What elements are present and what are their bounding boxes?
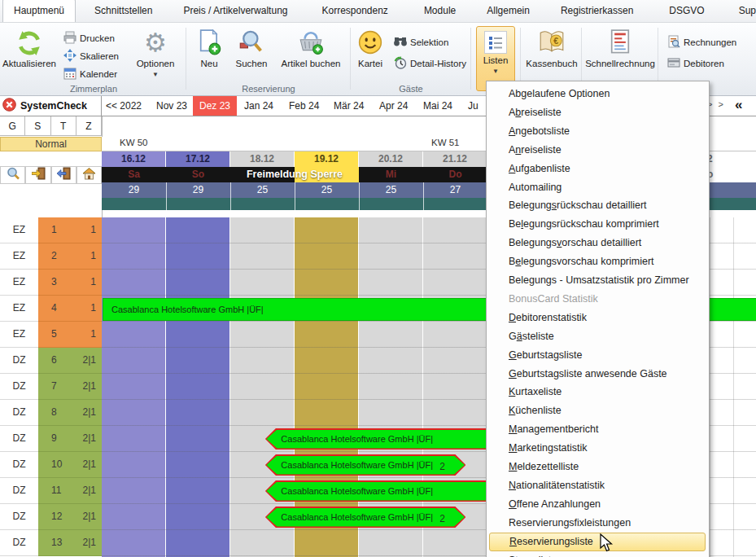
room-number-cell[interactable]: 92|1 bbox=[38, 426, 102, 452]
menu-item-küchenliste[interactable]: Küchenliste bbox=[489, 401, 706, 420]
room-number-cell[interactable]: 41 bbox=[38, 296, 102, 322]
menu-item-marketingstatistik[interactable]: Marketingstatistik bbox=[489, 439, 706, 458]
date-header-cell[interactable]: 18.12 bbox=[230, 151, 295, 167]
room-number-cell[interactable]: 132|1 bbox=[38, 530, 102, 556]
room-type-cell[interactable]: EZ bbox=[0, 217, 38, 243]
menu-item-meldezettelliste[interactable]: Meldezettelliste bbox=[489, 458, 706, 476]
check-in-button[interactable] bbox=[25, 166, 51, 184]
menu-item-angebotsliste[interactable]: Angebotsliste bbox=[489, 122, 706, 141]
month-nav-m-r-24[interactable]: Mär 24 bbox=[334, 96, 369, 116]
home-button[interactable] bbox=[76, 166, 102, 184]
room-type-cell[interactable]: DZ bbox=[0, 452, 38, 478]
menu-item-belegungsvorschau-detailliert[interactable]: Belegungsvorschau detailliert bbox=[489, 234, 706, 252]
room-number-cell[interactable]: 21 bbox=[38, 243, 102, 270]
selection-button[interactable]: Selektion bbox=[394, 34, 448, 50]
system-check-button[interactable]: SystemCheck bbox=[0, 96, 102, 116]
room-number-cell[interactable]: 11 bbox=[38, 217, 102, 243]
room-number-cell[interactable]: 31 bbox=[38, 270, 102, 296]
room-number-cell[interactable]: 122|1 bbox=[38, 504, 102, 530]
room-type-cell[interactable]: DZ bbox=[0, 374, 38, 400]
reservation-bar[interactable]: Casablanca Hotelsoftware GmbH |ÜF|2 bbox=[265, 507, 466, 528]
room-type-cell[interactable]: DZ bbox=[0, 478, 38, 504]
month-nav-nov-23[interactable]: Nov 23 bbox=[156, 96, 192, 116]
room-number-cell[interactable]: 102|1 bbox=[38, 452, 102, 478]
room-type-cell[interactable]: DZ bbox=[0, 400, 38, 426]
room-type-cell[interactable]: DZ bbox=[0, 426, 38, 452]
filter-column-s[interactable]: S bbox=[25, 116, 50, 136]
menu-item-nationalitätenstatistik[interactable]: Nationalitätenstatistik bbox=[489, 476, 706, 495]
menu-item-gästeliste[interactable]: Gästeliste bbox=[489, 327, 706, 346]
options-button[interactable]: ⚙ Optionen ▼ bbox=[129, 26, 182, 91]
collapse-panel-icon[interactable]: « bbox=[735, 97, 742, 113]
tab-support[interactable]: Support bbox=[728, 0, 756, 22]
refresh-button[interactable]: Aktualisieren bbox=[2, 26, 57, 91]
month-nav-dez-23[interactable]: Dez 23 bbox=[193, 96, 237, 116]
month-nav-apr-24[interactable]: Apr 24 bbox=[379, 96, 413, 116]
menu-item-debitorenstatistik[interactable]: Debitorenstatistik bbox=[489, 309, 706, 327]
room-type-cell[interactable]: EZ bbox=[0, 322, 38, 348]
filter-column-t[interactable]: T bbox=[51, 116, 76, 136]
room-number-cell[interactable]: 51 bbox=[38, 322, 102, 348]
tab-dsgvo[interactable]: DSGVO bbox=[658, 0, 714, 22]
date-header-cell[interactable]: 21.12 bbox=[423, 151, 487, 167]
menu-item-offene-anzahlungen[interactable]: Offene Anzahlungen bbox=[489, 495, 706, 514]
menu-item-abgelaufene-optionen[interactable]: Abgelaufene Optionen bbox=[489, 85, 706, 103]
menu-item-belegungs-umsatzstatistik-pro-zimmer[interactable]: Belegungs - Umsatzstatistik pro Zimmer bbox=[489, 271, 706, 290]
print-button[interactable]: Drucken bbox=[63, 30, 115, 46]
date-header-cell[interactable]: 16.12 bbox=[102, 151, 166, 167]
guest-file-button[interactable]: Kartei bbox=[352, 26, 389, 91]
tab-allgemein[interactable]: Allgemein bbox=[476, 0, 540, 22]
month-nav--2022[interactable]: << 2022 bbox=[106, 96, 148, 116]
detail-history-button[interactable]: Detail-History bbox=[394, 55, 466, 72]
room-number-cell[interactable]: 72|1 bbox=[38, 374, 102, 400]
month-nav-ju[interactable]: Ju bbox=[468, 96, 484, 116]
room-type-cell[interactable]: EZ bbox=[0, 296, 38, 322]
debtors-button[interactable]: Debitoren bbox=[667, 55, 724, 72]
date-header-cell[interactable]: 17.12 bbox=[166, 151, 230, 167]
month-nav-jan-24[interactable]: Jan 24 bbox=[244, 96, 278, 116]
date-header-cell[interactable]: 19.12 bbox=[295, 151, 359, 167]
menu-item-belegungsrückschau-detailliert[interactable]: Belegungsrückschau detailliert bbox=[489, 196, 706, 215]
tab-module[interactable]: Module bbox=[413, 0, 466, 22]
filter-column-z[interactable]: Z bbox=[76, 116, 102, 136]
room-type-cell[interactable]: EZ bbox=[0, 270, 38, 296]
room-type-cell[interactable]: DZ bbox=[0, 504, 38, 530]
tab-registrierkassen[interactable]: Registrierkassen bbox=[550, 0, 644, 22]
invoices-button[interactable]: Rechnungen bbox=[667, 34, 736, 50]
menu-item-geburtstagsliste[interactable]: Geburtstagsliste bbox=[489, 346, 706, 365]
month-nav-forward[interactable]: > > bbox=[707, 99, 725, 109]
menu-item-automailing[interactable]: Automailing bbox=[489, 178, 706, 197]
date-header-cell[interactable]: 20.12 bbox=[359, 151, 423, 167]
room-number-cell[interactable]: 112|1 bbox=[38, 478, 102, 504]
menu-item-anreiseliste[interactable]: Anreiseliste bbox=[489, 141, 706, 160]
room-number-cell[interactable]: 62|1 bbox=[38, 348, 102, 374]
month-nav-feb-24[interactable]: Feb 24 bbox=[289, 96, 323, 116]
menu-item-kurtaxeliste[interactable]: Kurtaxeliste bbox=[489, 383, 706, 401]
month-nav-mai-24[interactable]: Mai 24 bbox=[423, 96, 459, 116]
filter-column-g[interactable]: G bbox=[0, 116, 25, 136]
room-number-cell[interactable]: 82|1 bbox=[38, 400, 102, 426]
menu-item-stornoliste[interactable]: Stornoliste bbox=[489, 551, 706, 557]
menu-item-abreiseliste[interactable]: Abreiseliste bbox=[489, 103, 706, 122]
menu-item-managementbericht[interactable]: Managementbericht bbox=[489, 420, 706, 439]
search-button[interactable]: Suchen bbox=[231, 26, 272, 91]
check-out-button[interactable] bbox=[51, 166, 76, 184]
reservation-bar[interactable]: Casablanca Hotelsoftware GmbH |ÜF|2 bbox=[265, 454, 466, 476]
book-article-button[interactable]: Artikel buchen bbox=[275, 26, 347, 91]
new-button[interactable]: Neu bbox=[190, 26, 228, 91]
menu-item-belegungsrückschau-komprimiert[interactable]: Belegungsrückschau komprimiert bbox=[489, 215, 706, 234]
menu-item-reservierungsfixleistungen[interactable]: Reservierungsfixleistungen bbox=[489, 514, 706, 533]
tab-hauptmen-[interactable]: Hauptmenü bbox=[2, 0, 76, 22]
room-type-cell[interactable]: DZ bbox=[0, 348, 38, 374]
menu-item-belegungsvorschau-komprimiert[interactable]: Belegungsvorschau komprimiert bbox=[489, 252, 706, 271]
menu-item-reservierungsliste[interactable]: Reservierungsliste bbox=[489, 533, 706, 551]
tab-schnittstellen[interactable]: Schnittstellen bbox=[84, 0, 163, 22]
tab-korrespondenz[interactable]: Korrespondenz bbox=[311, 0, 398, 22]
zoom-tool-button[interactable] bbox=[0, 166, 25, 184]
menu-item-aufgabenliste[interactable]: Aufgabenliste bbox=[489, 160, 706, 178]
room-type-cell[interactable]: EZ bbox=[0, 243, 38, 270]
tab-preis-artikelverwaltung[interactable]: Preis / Artikelverwaltung bbox=[173, 0, 298, 22]
menu-item-geburtstagsliste-anwesende-gäste[interactable]: Geburtstagsliste anwesende Gäste bbox=[489, 365, 706, 384]
calendar-button[interactable]: Kalender bbox=[63, 66, 117, 82]
room-type-cell[interactable]: DZ bbox=[0, 530, 38, 556]
